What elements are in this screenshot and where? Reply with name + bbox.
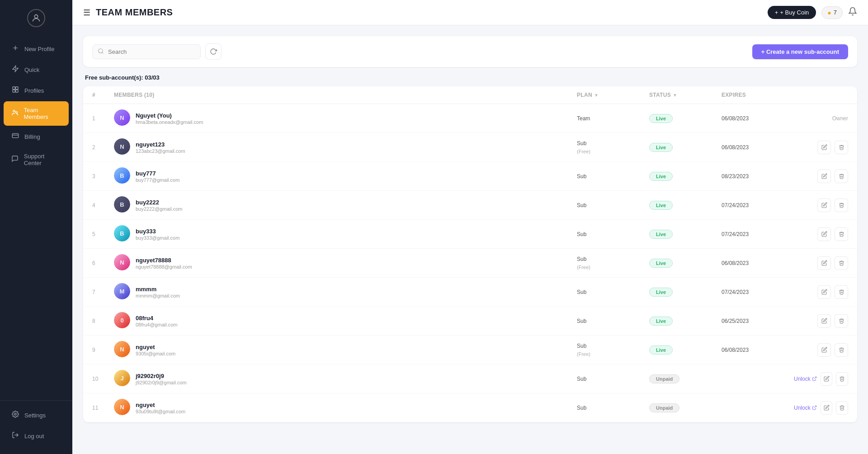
delete-button[interactable]: [835, 285, 848, 299]
edit-button[interactable]: [817, 285, 831, 299]
sidebar-bottom: Settings Log out: [0, 400, 72, 454]
edit-button[interactable]: [817, 314, 831, 328]
status-badge: Unpaid: [649, 403, 679, 412]
actions-cell: [794, 285, 848, 299]
avatar: 0: [114, 312, 130, 330]
edit-button[interactable]: [817, 256, 831, 270]
page-title: TEAM MEMBERS: [96, 7, 173, 18]
svg-rect-10: [12, 133, 18, 137]
svg-text:0: 0: [120, 317, 123, 324]
delete-button[interactable]: [835, 343, 848, 357]
sidebar-item-billing[interactable]: Billing: [4, 127, 69, 147]
expires-cell: 07/24/2023: [722, 231, 794, 237]
delete-button[interactable]: [836, 401, 848, 415]
edit-button[interactable]: [817, 199, 831, 212]
settings-icon: [11, 411, 20, 420]
avatar: J: [114, 370, 130, 388]
delete-button[interactable]: [836, 372, 848, 386]
sidebar-label-quick: Quick: [24, 66, 39, 73]
col-header-status[interactable]: Status ▼: [649, 92, 722, 98]
table-row: 8 0 08fru4 08fru4@gmail.com Sub Live 06/…: [83, 307, 857, 336]
status-cell: Live: [649, 317, 722, 326]
svg-rect-7: [16, 90, 18, 92]
toolbar: + Create a new sub-account: [83, 36, 857, 67]
status-sort-icon: ▼: [673, 93, 677, 98]
col-header-plan[interactable]: Plan ▼: [577, 92, 649, 98]
sidebar-item-support-center[interactable]: Support Center: [4, 147, 69, 172]
row-number: 9: [92, 347, 114, 353]
sidebar-label-billing: Billing: [24, 133, 40, 140]
sub-info-text: Free sub-account(s):: [85, 74, 145, 81]
sidebar-item-logout[interactable]: Log out: [4, 426, 69, 446]
delete-button[interactable]: [835, 199, 848, 212]
main-content: ☰ TEAM MEMBERS + + Buy Coin ● 7: [72, 0, 868, 454]
unlock-link[interactable]: Unlock: [794, 405, 817, 411]
plan-cell: Sub: [577, 172, 649, 180]
edit-button[interactable]: [817, 170, 831, 183]
edit-button[interactable]: [821, 372, 833, 386]
sidebar-item-quick[interactable]: Quick: [4, 60, 69, 80]
member-name: nguyet: [136, 344, 175, 350]
sidebar-label-settings: Settings: [24, 412, 46, 419]
unlock-link[interactable]: Unlock: [794, 376, 817, 382]
actions-cell: [794, 343, 848, 357]
sidebar-item-settings[interactable]: Settings: [4, 405, 69, 425]
expires-cell: 06/08/2023: [722, 260, 794, 266]
billing-icon: [11, 132, 20, 141]
plan-cell: Sub: [577, 404, 649, 412]
delete-button[interactable]: [835, 256, 848, 270]
hamburger-icon[interactable]: ☰: [83, 8, 90, 18]
notifications-button[interactable]: [848, 7, 857, 18]
delete-button[interactable]: [835, 314, 848, 328]
member-info: 08fru4 08fru4@gmail.com: [136, 315, 177, 327]
sidebar-label-team-members: Team Members: [24, 107, 61, 120]
status-cell: Live: [649, 259, 722, 268]
status-cell: Live: [649, 288, 722, 297]
status-cell: Unpaid: [649, 403, 722, 412]
table-row: 10 J j92902r0j9 j92902r0j9@gmail.com Sub…: [83, 364, 857, 393]
svg-text:J: J: [120, 375, 123, 382]
status-cell: Live: [649, 345, 722, 355]
coin-count: 7: [834, 9, 837, 16]
delete-button[interactable]: [835, 227, 848, 241]
col-header-members: Members (10): [114, 92, 577, 98]
member-email: nguyet78888@gmail.com: [136, 264, 192, 270]
row-number: 6: [92, 260, 114, 266]
sub-info-value: 03/03: [145, 74, 160, 81]
edit-button[interactable]: [817, 343, 831, 357]
actions-cell: [794, 141, 848, 154]
buy-coin-label: + Buy Coin: [780, 9, 809, 16]
avatar: N: [114, 399, 130, 416]
search-input[interactable]: [92, 44, 201, 59]
actions-cell: [794, 199, 848, 212]
delete-button[interactable]: [835, 170, 848, 183]
avatar: N: [114, 109, 130, 127]
create-sub-account-button[interactable]: + Create a new sub-account: [752, 44, 848, 59]
header-right: + + Buy Coin ● 7: [768, 6, 857, 19]
member-email: buy2222@gmail.com: [136, 206, 183, 212]
member-info: nguyet123 123abc23@gmail.com: [136, 141, 185, 154]
search-wrap: [92, 43, 222, 60]
row-number: 2: [92, 144, 114, 151]
edit-button[interactable]: [821, 401, 833, 415]
delete-button[interactable]: [835, 141, 848, 154]
refresh-button[interactable]: [205, 43, 222, 60]
member-email: j92902r0j9@gmail.com: [136, 380, 187, 385]
edit-button[interactable]: [817, 141, 831, 154]
member-email: buy333@gmail.com: [136, 235, 179, 241]
sidebar-item-team-members[interactable]: Team Members: [4, 101, 69, 126]
table-row: 11 N nguyet 93u09tu9t@gmail.com Sub Unpa…: [83, 393, 857, 422]
status-badge: Live: [649, 201, 673, 210]
edit-button[interactable]: [817, 227, 831, 241]
member-cell: J j92902r0j9 j92902r0j9@gmail.com: [114, 370, 577, 388]
expires-cell: 07/24/2023: [722, 202, 794, 208]
table-header: # Members (10) Plan ▼ Status ▼ Expires: [83, 86, 857, 104]
svg-text:B: B: [120, 172, 124, 179]
sidebar-item-new-profile[interactable]: New Profile: [4, 39, 69, 59]
sidebar-label-new-profile: New Profile: [24, 46, 54, 52]
col-header-actions: [794, 92, 848, 98]
buy-coin-button[interactable]: + + Buy Coin: [768, 6, 816, 19]
new-profile-icon: [11, 44, 20, 53]
sidebar-item-profiles[interactable]: Profiles: [4, 80, 69, 100]
member-info: mmmm mmmm@gmail.com: [136, 286, 180, 298]
